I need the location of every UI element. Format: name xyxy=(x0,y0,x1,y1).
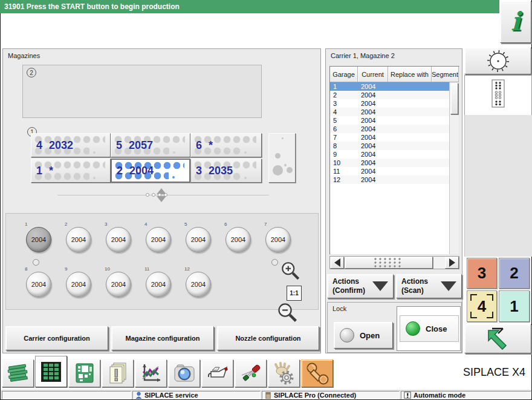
info-button[interactable]: i xyxy=(500,1,531,43)
maintenance-button[interactable] xyxy=(201,359,233,387)
statistics-button[interactable] xyxy=(135,359,167,387)
table-row[interactable]: 12004 xyxy=(330,82,449,91)
table-row[interactable]: 122004 xyxy=(330,175,449,184)
horizontal-scrollbar[interactable] xyxy=(329,256,459,269)
magazine-configuration-button[interactable]: Magazine configuration xyxy=(111,326,214,350)
slot-number: 6 xyxy=(196,139,202,152)
table-row[interactable]: 32004 xyxy=(330,99,449,108)
status-empty-segment xyxy=(2,391,131,399)
lock-open-button[interactable]: Open xyxy=(334,322,393,349)
tools-button[interactable] xyxy=(235,359,267,387)
magazine-slot-2-selected[interactable]: 22004 xyxy=(111,159,190,183)
magazine-slot-1[interactable]: 1* xyxy=(31,159,111,183)
garage-marker-left[interactable] xyxy=(33,259,39,266)
zoom-out-icon[interactable] xyxy=(276,301,299,324)
slot-number: 1 xyxy=(36,165,42,177)
garage-circle-1[interactable]: 12004 xyxy=(26,227,51,252)
magazine-slot-6[interactable]: 6* xyxy=(190,133,262,157)
service-button-active[interactable] xyxy=(301,359,333,387)
lock-close-button[interactable]: Close xyxy=(400,315,459,342)
mode-icon xyxy=(404,392,411,399)
camera-button[interactable] xyxy=(168,359,200,387)
quadrant-1-button[interactable]: 1 xyxy=(499,290,530,322)
garage-circle-3[interactable]: 32004 xyxy=(106,227,131,252)
vertical-scrollbar[interactable] xyxy=(449,82,459,254)
garage-circle-10[interactable]: 102004 xyxy=(106,272,131,297)
column-segment[interactable]: Segment xyxy=(432,67,459,82)
garage-circle-11[interactable]: 112004 xyxy=(146,272,171,297)
splitter-down-arrow-icon[interactable] xyxy=(157,196,166,202)
table-row[interactable]: 92004 xyxy=(330,150,449,159)
column-garage[interactable]: Garage xyxy=(330,67,358,82)
garage-type: 2004 xyxy=(191,236,206,243)
column-replace-with[interactable]: Replace with xyxy=(388,67,432,82)
horizontal-scrollbar-thumb[interactable] xyxy=(345,257,433,269)
table-row[interactable]: 112004 xyxy=(330,167,449,175)
carrier-configuration-button[interactable]: Carrier configuration xyxy=(5,326,108,350)
actions-confirm-dropdown[interactable]: Actions(Confirm) xyxy=(327,274,394,298)
column-current[interactable]: Current xyxy=(358,67,388,82)
magazine-table-button-active[interactable] xyxy=(35,356,67,387)
garage-type: 2004 xyxy=(231,236,245,243)
table-row[interactable]: 22004 xyxy=(330,91,449,99)
lock-title: Lock xyxy=(332,305,346,312)
actions-scan-dropdown[interactable]: Actions(Scan) xyxy=(396,274,462,298)
zoom-one-to-one-button[interactable]: 1:1 xyxy=(287,286,302,301)
scroll-left-button[interactable] xyxy=(330,257,344,269)
garage-circle-9[interactable]: 92004 xyxy=(66,272,91,297)
magazine-slot-5[interactable]: 52057 xyxy=(111,133,190,157)
splitter-dot xyxy=(146,193,149,197)
dial-button[interactable] xyxy=(464,47,531,74)
table-body: 12004 22004 32004 42004 52004 62004 7200… xyxy=(330,82,449,254)
garage-circle-8[interactable]: 82004 xyxy=(26,272,51,297)
table-row[interactable]: 42004 xyxy=(330,108,449,116)
right-arrow-icon xyxy=(449,258,455,267)
garage-type: 2004 xyxy=(31,236,46,243)
garage-circle-5[interactable]: 52004 xyxy=(186,227,211,252)
garage-circle-12[interactable]: 122004 xyxy=(186,272,211,297)
status-user-segment: SIPLACE service xyxy=(132,391,261,399)
slot-type: * xyxy=(209,139,213,152)
magazine-slot-3[interactable]: 32035 xyxy=(190,159,262,183)
scroll-right-button[interactable] xyxy=(445,257,459,269)
magazine-view-tab-selected[interactable] xyxy=(464,75,532,115)
statistics-icon xyxy=(140,362,163,384)
garage-circle-4[interactable]: 42004 xyxy=(146,227,171,252)
nozzle-dot xyxy=(284,164,287,166)
quadrant-3-button[interactable]: 3 xyxy=(467,258,497,289)
magazine-slot-4[interactable]: 42032 xyxy=(31,133,111,157)
message-text: 31901 Press the START button to begin pr… xyxy=(4,2,180,11)
selection-corner xyxy=(487,294,493,301)
garage-circle-2[interactable]: 22004 xyxy=(66,227,91,252)
vertical-scrollbar-thumb[interactable] xyxy=(450,83,458,114)
pcb-button[interactable] xyxy=(68,359,100,387)
nozzle-changer-panel[interactable] xyxy=(268,133,296,183)
garage-marker-right[interactable] xyxy=(271,259,278,266)
manual-operations-button[interactable] xyxy=(268,359,300,387)
nozzle-configuration-button[interactable]: Nozzle configuration xyxy=(217,326,319,350)
garage-circle-7[interactable]: 72004 xyxy=(265,227,291,252)
return-button[interactable] xyxy=(464,324,531,353)
zoom-in-icon[interactable] xyxy=(280,260,302,282)
errors-button[interactable] xyxy=(102,359,134,387)
table-row[interactable]: 82004 xyxy=(330,142,449,150)
table-row[interactable]: 52004 xyxy=(330,116,449,125)
table-row[interactable]: 102004 xyxy=(330,159,449,167)
magazine-stack-button[interactable] xyxy=(2,359,34,387)
garage-circle-6[interactable]: 62004 xyxy=(225,227,251,252)
status-connection-segment: SIPLACE Pro (Connected) xyxy=(262,391,400,399)
return-arrow-icon xyxy=(485,327,511,351)
quadrant-2-button[interactable]: 2 xyxy=(499,258,530,289)
nozzle-dot xyxy=(282,137,284,139)
table-row[interactable]: 62004 xyxy=(330,125,449,133)
quadrant-4-button-selected[interactable]: 4 xyxy=(467,290,497,322)
carrier-2-area[interactable]: 2 xyxy=(22,65,262,118)
hand-gear-icon xyxy=(273,362,296,385)
slot-type: 2057 xyxy=(129,139,153,152)
screwdriver-icon xyxy=(239,362,262,385)
garage-type: 2004 xyxy=(151,236,166,243)
nozzle-dot xyxy=(273,165,283,175)
radio-selected-green-icon xyxy=(406,321,420,336)
status-bar: SIPLACE service SIPLACE Pro (Connected) … xyxy=(1,389,531,399)
table-row[interactable]: 72004 xyxy=(330,133,449,142)
